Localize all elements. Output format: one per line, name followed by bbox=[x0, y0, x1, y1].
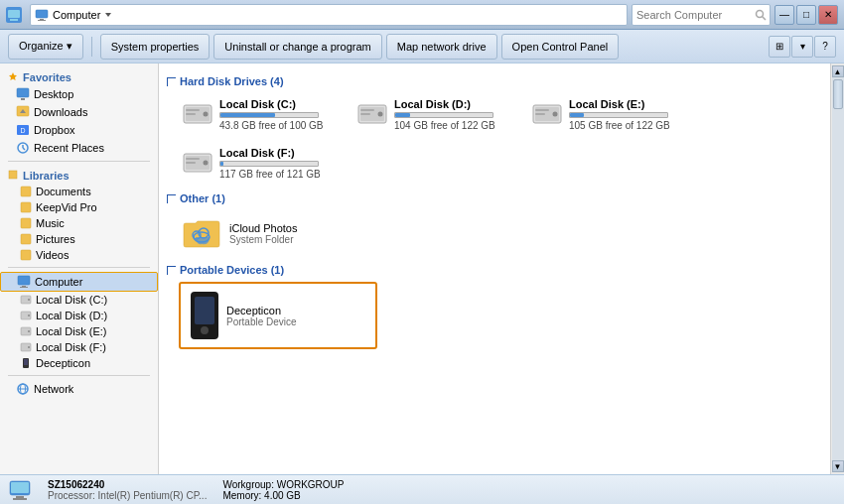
hdd-c-svg bbox=[182, 101, 213, 129]
sidebar-item-local-e[interactable]: Local Disk (E:) bbox=[0, 323, 158, 339]
drive-f-item[interactable]: Local Disk (F:) 117 GB free of 121 GB bbox=[175, 142, 344, 185]
svg-rect-3 bbox=[36, 10, 48, 18]
disk-e-icon bbox=[20, 325, 32, 337]
icloud-svg bbox=[182, 215, 221, 251]
sidebar-item-local-c[interactable]: Local Disk (C:) bbox=[0, 292, 158, 308]
svg-rect-27 bbox=[20, 287, 28, 288]
close-button[interactable]: ✕ bbox=[818, 5, 838, 25]
scroll-down-arrow[interactable]: ▼ bbox=[832, 460, 844, 472]
minimize-button[interactable]: — bbox=[774, 5, 794, 25]
hdd-f-svg bbox=[182, 150, 213, 178]
drive-f-info: Local Disk (F:) 117 GB free of 121 GB bbox=[219, 147, 337, 180]
sidebar-item-network[interactable]: Network bbox=[0, 380, 158, 398]
svg-rect-22 bbox=[21, 218, 31, 228]
svg-rect-20 bbox=[21, 187, 31, 196]
uninstall-button[interactable]: Uninstall or change a program bbox=[213, 34, 381, 60]
drive-f-icon bbox=[182, 150, 213, 178]
window-icon bbox=[6, 7, 22, 23]
svg-rect-19 bbox=[9, 171, 17, 179]
sidebar-item-local-f[interactable]: Local Disk (F:) bbox=[0, 339, 158, 355]
status-processor: Processor: Intel(R) Pentium(R) CP... bbox=[48, 490, 207, 501]
right-scrollbar: ▲ ▼ bbox=[830, 63, 844, 474]
svg-line-18 bbox=[23, 148, 25, 150]
scroll-up-arrow[interactable]: ▲ bbox=[832, 65, 844, 77]
organize-button[interactable]: Organize ▾ bbox=[8, 34, 83, 60]
library-icon bbox=[8, 170, 18, 180]
device-type: Portable Device bbox=[226, 316, 297, 327]
phone-home-button bbox=[201, 326, 209, 334]
view-icon-grid[interactable]: ⊞ bbox=[769, 36, 790, 58]
toolbar-separator bbox=[91, 37, 92, 57]
scrollbar-thumb[interactable] bbox=[833, 79, 843, 109]
sidebar-item-documents[interactable]: Documents bbox=[0, 184, 158, 199]
drive-d-name: Local Disk (D:) bbox=[394, 98, 511, 110]
svg-rect-21 bbox=[21, 202, 31, 212]
sidebar-item-recent[interactable]: Recent Places bbox=[0, 139, 158, 157]
libraries-header: Libraries bbox=[0, 166, 158, 184]
svg-rect-45 bbox=[186, 113, 196, 115]
sidebar-item-local-d[interactable]: Local Disk (D:) bbox=[0, 308, 158, 323]
maximize-button[interactable]: □ bbox=[796, 5, 816, 25]
sidebar-item-dropbox[interactable]: D Dropbox bbox=[0, 121, 158, 139]
icloud-item[interactable]: iCloud Photos System Folder bbox=[175, 210, 344, 256]
drive-d-bar-bg bbox=[394, 112, 493, 118]
sidebar-item-desktop[interactable]: Desktop bbox=[0, 85, 158, 103]
sidebar-divider-2 bbox=[8, 267, 150, 268]
svg-rect-1 bbox=[8, 10, 20, 18]
main-layout: Favorites Desktop Downloads D bbox=[0, 63, 844, 474]
dropbox-icon: D bbox=[16, 123, 30, 137]
drive-e-item[interactable]: Local Disk (E:) 105 GB free of 122 GB bbox=[524, 93, 693, 136]
sidebar-item-keepvid[interactable]: KeepVid Pro bbox=[0, 199, 158, 215]
sidebar-divider-3 bbox=[8, 375, 150, 376]
icloud-info: iCloud Photos System Folder bbox=[229, 222, 298, 245]
drive-d-icon bbox=[356, 101, 388, 129]
icloud-type: System Folder bbox=[229, 234, 298, 245]
icloud-name: iCloud Photos bbox=[229, 222, 298, 234]
system-properties-button[interactable]: System properties bbox=[100, 34, 211, 60]
svg-point-29 bbox=[28, 299, 30, 301]
sidebar-item-downloads[interactable]: Downloads bbox=[0, 103, 158, 121]
drive-e-info: Local Disk (E:) 105 GB free of 122 GB bbox=[569, 98, 686, 131]
hdd-e-svg bbox=[531, 101, 563, 129]
sidebar-item-decepticon[interactable]: Decepticon bbox=[0, 355, 158, 371]
network-icon bbox=[16, 382, 30, 396]
scrollbar-track[interactable] bbox=[832, 77, 844, 460]
svg-rect-44 bbox=[186, 109, 200, 111]
control-panel-button[interactable]: Open Control Panel bbox=[501, 34, 620, 60]
svg-rect-37 bbox=[24, 359, 28, 365]
drive-c-info: Local Disk (C:) 43.8 GB free of 100 GB bbox=[219, 98, 337, 131]
status-workgroup: Workgroup: WORKGROUP Memory: 4.00 GB bbox=[222, 479, 344, 501]
map-network-button[interactable]: Map network drive bbox=[386, 34, 497, 60]
hdd-d-svg bbox=[356, 101, 388, 129]
sidebar-item-pictures[interactable]: Pictures bbox=[0, 231, 158, 247]
sidebar-item-computer[interactable]: Computer bbox=[0, 272, 158, 292]
documents-icon bbox=[20, 186, 32, 197]
drive-d-item[interactable]: Local Disk (D:) 104 GB free of 122 GB bbox=[350, 93, 518, 136]
drive-c-free: 43.8 GB free of 100 GB bbox=[219, 120, 337, 131]
portable-header: Portable Devices (1) bbox=[167, 264, 822, 276]
view-icon-dropdown[interactable]: ▾ bbox=[791, 36, 813, 58]
dropdown-arrow-icon[interactable] bbox=[104, 11, 112, 19]
search-input[interactable] bbox=[632, 4, 771, 26]
device-info: Decepticon Portable Device bbox=[226, 305, 297, 327]
svg-rect-11 bbox=[21, 98, 25, 100]
svg-point-35 bbox=[28, 346, 30, 348]
address-text: Computer bbox=[53, 9, 100, 21]
sidebar-section-libraries: Libraries Documents KeepVid Pro Music bbox=[0, 166, 158, 263]
drive-c-item[interactable]: Local Disk (C:) 43.8 GB free of 100 GB bbox=[175, 93, 344, 136]
address-bar[interactable]: Computer bbox=[30, 4, 628, 26]
device-name: Decepticon bbox=[226, 305, 297, 316]
svg-rect-54 bbox=[535, 109, 549, 111]
drive-f-bar-bg bbox=[219, 161, 319, 167]
svg-point-7 bbox=[757, 10, 764, 17]
svg-rect-24 bbox=[21, 250, 31, 260]
disk-c-icon bbox=[20, 294, 32, 306]
help-icon[interactable]: ? bbox=[814, 36, 836, 58]
sidebar-item-music[interactable]: Music bbox=[0, 215, 158, 231]
svg-rect-60 bbox=[186, 162, 196, 164]
drive-d-info: Local Disk (D:) 104 GB free of 122 GB bbox=[394, 98, 511, 131]
decepticon-item[interactable]: Decepticon Portable Device bbox=[187, 288, 369, 343]
sidebar-item-videos[interactable]: Videos bbox=[0, 247, 158, 263]
svg-rect-23 bbox=[21, 234, 31, 244]
toolbar: Organize ▾ System properties Uninstall o… bbox=[0, 30, 844, 63]
